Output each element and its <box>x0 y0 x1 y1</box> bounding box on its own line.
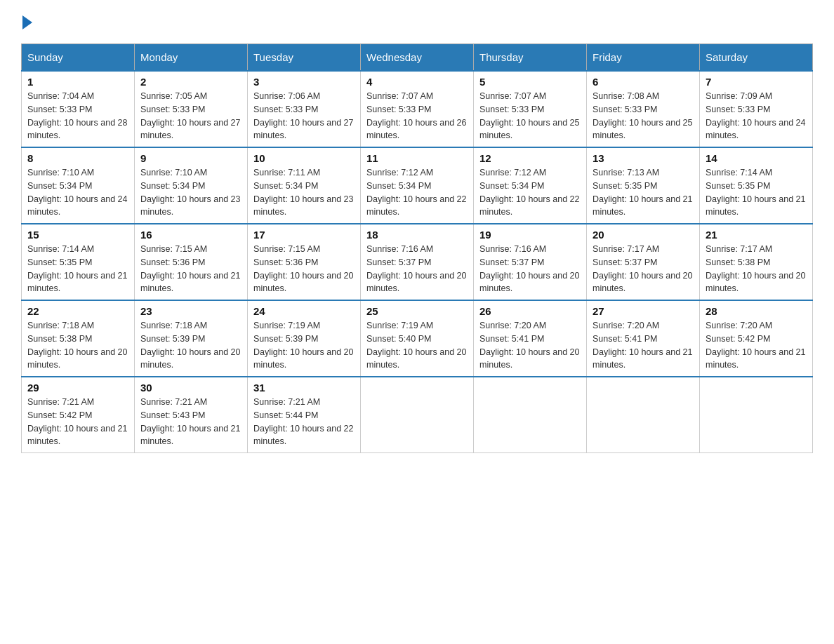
day-info: Sunrise: 7:17 AM Sunset: 5:37 PM Dayligh… <box>593 243 694 295</box>
day-number: 16 <box>140 229 241 241</box>
calendar-cell: 31 Sunrise: 7:21 AM Sunset: 5:44 PM Dayl… <box>248 377 361 453</box>
calendar-cell: 19 Sunrise: 7:16 AM Sunset: 5:37 PM Dayl… <box>474 224 587 300</box>
day-number: 26 <box>479 305 581 317</box>
logo-arrow-icon <box>22 15 32 29</box>
day-info: Sunrise: 7:15 AM Sunset: 5:36 PM Dayligh… <box>253 243 355 295</box>
calendar-cell: 8 Sunrise: 7:10 AM Sunset: 5:34 PM Dayli… <box>22 147 135 224</box>
day-info: Sunrise: 7:21 AM Sunset: 5:42 PM Dayligh… <box>27 396 128 448</box>
calendar-cell: 6 Sunrise: 7:08 AM Sunset: 5:33 PM Dayli… <box>587 71 700 147</box>
calendar-cell: 26 Sunrise: 7:20 AM Sunset: 5:41 PM Dayl… <box>474 300 587 377</box>
day-number: 27 <box>593 305 694 317</box>
calendar-cell: 5 Sunrise: 7:07 AM Sunset: 5:33 PM Dayli… <box>474 71 587 147</box>
day-info: Sunrise: 7:16 AM Sunset: 5:37 PM Dayligh… <box>479 243 581 295</box>
day-info: Sunrise: 7:19 AM Sunset: 5:39 PM Dayligh… <box>253 319 355 372</box>
day-info: Sunrise: 7:09 AM Sunset: 5:33 PM Dayligh… <box>706 90 807 142</box>
calendar-cell: 1 Sunrise: 7:04 AM Sunset: 5:33 PM Dayli… <box>22 71 135 147</box>
day-info: Sunrise: 7:06 AM Sunset: 5:33 PM Dayligh… <box>253 90 355 142</box>
week-row-5: 29 Sunrise: 7:21 AM Sunset: 5:42 PM Dayl… <box>22 377 813 453</box>
calendar-cell: 29 Sunrise: 7:21 AM Sunset: 5:42 PM Dayl… <box>22 377 135 453</box>
day-info: Sunrise: 7:11 AM Sunset: 5:34 PM Dayligh… <box>253 166 355 219</box>
day-number: 11 <box>366 152 468 164</box>
day-info: Sunrise: 7:14 AM Sunset: 5:35 PM Dayligh… <box>706 166 807 219</box>
day-info: Sunrise: 7:21 AM Sunset: 5:44 PM Dayligh… <box>253 396 355 448</box>
day-number: 2 <box>140 76 241 88</box>
calendar-cell: 4 Sunrise: 7:07 AM Sunset: 5:33 PM Dayli… <box>361 71 474 147</box>
day-info: Sunrise: 7:15 AM Sunset: 5:36 PM Dayligh… <box>140 243 241 295</box>
calendar-cell: 28 Sunrise: 7:20 AM Sunset: 5:42 PM Dayl… <box>700 300 813 377</box>
calendar-cell <box>361 377 474 453</box>
day-info: Sunrise: 7:10 AM Sunset: 5:34 PM Dayligh… <box>27 166 128 219</box>
col-header-monday: Monday <box>135 44 248 72</box>
day-info: Sunrise: 7:17 AM Sunset: 5:38 PM Dayligh… <box>706 243 807 295</box>
day-number: 28 <box>706 305 807 317</box>
day-info: Sunrise: 7:20 AM Sunset: 5:41 PM Dayligh… <box>479 319 581 372</box>
day-info: Sunrise: 7:20 AM Sunset: 5:41 PM Dayligh… <box>593 319 694 372</box>
day-number: 22 <box>27 305 128 317</box>
day-number: 1 <box>27 76 128 88</box>
day-number: 14 <box>706 152 807 164</box>
calendar-cell: 16 Sunrise: 7:15 AM Sunset: 5:36 PM Dayl… <box>135 224 248 300</box>
calendar-header-row: SundayMondayTuesdayWednesdayThursdayFrid… <box>22 44 813 72</box>
day-number: 4 <box>366 76 468 88</box>
calendar-cell: 11 Sunrise: 7:12 AM Sunset: 5:34 PM Dayl… <box>361 147 474 224</box>
day-info: Sunrise: 7:10 AM Sunset: 5:34 PM Dayligh… <box>140 166 241 219</box>
calendar-cell: 9 Sunrise: 7:10 AM Sunset: 5:34 PM Dayli… <box>135 147 248 224</box>
day-number: 7 <box>706 76 807 88</box>
day-info: Sunrise: 7:12 AM Sunset: 5:34 PM Dayligh… <box>366 166 468 219</box>
calendar-cell: 27 Sunrise: 7:20 AM Sunset: 5:41 PM Dayl… <box>587 300 700 377</box>
day-info: Sunrise: 7:19 AM Sunset: 5:40 PM Dayligh… <box>366 319 468 372</box>
day-number: 8 <box>27 152 128 164</box>
calendar-cell <box>587 377 700 453</box>
calendar-cell <box>474 377 587 453</box>
calendar-cell: 25 Sunrise: 7:19 AM Sunset: 5:40 PM Dayl… <box>361 300 474 377</box>
day-info: Sunrise: 7:16 AM Sunset: 5:37 PM Dayligh… <box>366 243 468 295</box>
week-row-1: 1 Sunrise: 7:04 AM Sunset: 5:33 PM Dayli… <box>22 71 813 147</box>
calendar-cell: 13 Sunrise: 7:13 AM Sunset: 5:35 PM Dayl… <box>587 147 700 224</box>
calendar-cell <box>700 377 813 453</box>
day-info: Sunrise: 7:05 AM Sunset: 5:33 PM Dayligh… <box>140 90 241 142</box>
calendar-cell: 7 Sunrise: 7:09 AM Sunset: 5:33 PM Dayli… <box>700 71 813 147</box>
day-number: 6 <box>593 76 694 88</box>
day-info: Sunrise: 7:07 AM Sunset: 5:33 PM Dayligh… <box>479 90 581 142</box>
day-number: 13 <box>593 152 694 164</box>
week-row-2: 8 Sunrise: 7:10 AM Sunset: 5:34 PM Dayli… <box>22 147 813 224</box>
day-number: 23 <box>140 305 241 317</box>
col-header-thursday: Thursday <box>474 44 587 72</box>
calendar-cell: 2 Sunrise: 7:05 AM Sunset: 5:33 PM Dayli… <box>135 71 248 147</box>
day-number: 9 <box>140 152 241 164</box>
day-number: 25 <box>366 305 468 317</box>
day-number: 5 <box>479 76 581 88</box>
day-number: 31 <box>253 382 355 394</box>
col-header-sunday: Sunday <box>22 44 135 72</box>
day-info: Sunrise: 7:20 AM Sunset: 5:42 PM Dayligh… <box>706 319 807 372</box>
calendar-cell: 18 Sunrise: 7:16 AM Sunset: 5:37 PM Dayl… <box>361 224 474 300</box>
calendar-cell: 10 Sunrise: 7:11 AM Sunset: 5:34 PM Dayl… <box>248 147 361 224</box>
logo <box>21 14 32 29</box>
day-info: Sunrise: 7:07 AM Sunset: 5:33 PM Dayligh… <box>366 90 468 142</box>
day-info: Sunrise: 7:08 AM Sunset: 5:33 PM Dayligh… <box>593 90 694 142</box>
day-info: Sunrise: 7:18 AM Sunset: 5:38 PM Dayligh… <box>27 319 128 372</box>
week-row-3: 15 Sunrise: 7:14 AM Sunset: 5:35 PM Dayl… <box>22 224 813 300</box>
col-header-tuesday: Tuesday <box>248 44 361 72</box>
col-header-saturday: Saturday <box>700 44 813 72</box>
calendar-cell: 21 Sunrise: 7:17 AM Sunset: 5:38 PM Dayl… <box>700 224 813 300</box>
day-info: Sunrise: 7:04 AM Sunset: 5:33 PM Dayligh… <box>27 90 128 142</box>
day-number: 3 <box>253 76 355 88</box>
day-number: 10 <box>253 152 355 164</box>
day-info: Sunrise: 7:13 AM Sunset: 5:35 PM Dayligh… <box>593 166 694 219</box>
calendar-cell: 22 Sunrise: 7:18 AM Sunset: 5:38 PM Dayl… <box>22 300 135 377</box>
day-info: Sunrise: 7:14 AM Sunset: 5:35 PM Dayligh… <box>27 243 128 295</box>
calendar-cell: 12 Sunrise: 7:12 AM Sunset: 5:34 PM Dayl… <box>474 147 587 224</box>
page-header <box>21 14 813 29</box>
day-number: 20 <box>593 229 694 241</box>
calendar-cell: 24 Sunrise: 7:19 AM Sunset: 5:39 PM Dayl… <box>248 300 361 377</box>
day-info: Sunrise: 7:18 AM Sunset: 5:39 PM Dayligh… <box>140 319 241 372</box>
calendar-cell: 23 Sunrise: 7:18 AM Sunset: 5:39 PM Dayl… <box>135 300 248 377</box>
day-info: Sunrise: 7:21 AM Sunset: 5:43 PM Dayligh… <box>140 396 241 448</box>
day-number: 15 <box>27 229 128 241</box>
day-info: Sunrise: 7:12 AM Sunset: 5:34 PM Dayligh… <box>479 166 581 219</box>
calendar-cell: 15 Sunrise: 7:14 AM Sunset: 5:35 PM Dayl… <box>22 224 135 300</box>
col-header-friday: Friday <box>587 44 700 72</box>
day-number: 17 <box>253 229 355 241</box>
day-number: 29 <box>27 382 128 394</box>
